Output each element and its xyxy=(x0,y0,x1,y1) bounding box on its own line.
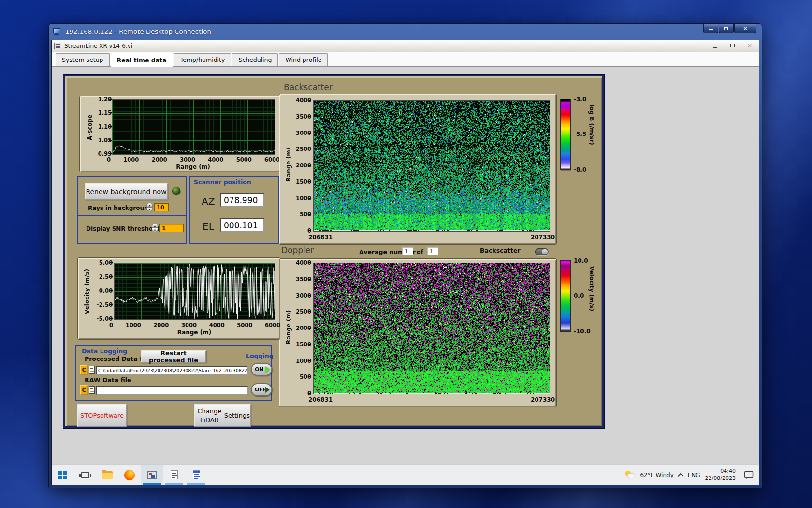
tab-system-setup[interactable]: System setup xyxy=(56,53,110,66)
system-tray: 62°F Windy ENG 04:40 22/08/2023 xyxy=(625,465,757,485)
start-button[interactable] xyxy=(52,465,74,485)
tab-temp-humidity[interactable]: Temp/humidity xyxy=(174,53,232,66)
app-minimize-button[interactable] xyxy=(710,41,720,50)
change-lidar-settings-button[interactable]: Change LiDAR Settings xyxy=(194,404,251,427)
axis-tick: 1000 xyxy=(126,322,141,329)
language-indicator[interactable]: ENG xyxy=(688,472,700,478)
processed-logging-toggle[interactable]: ON xyxy=(251,363,272,376)
colorbar-tick: 10.0 xyxy=(574,257,588,264)
el-value-field[interactable]: 000.101 xyxy=(220,218,264,232)
tab-strip: System setupReal time dataTemp/humidityS… xyxy=(52,52,759,67)
rdp-close-button[interactable]: ✕ xyxy=(734,24,756,33)
of-label: of xyxy=(417,248,423,255)
velocity-plot-canvas xyxy=(115,263,275,319)
renew-background-button[interactable]: Renew background now xyxy=(85,183,168,200)
scan-scheduler-button[interactable] xyxy=(163,465,185,485)
clock-date: 22/08/2023 xyxy=(705,475,736,482)
app-icon xyxy=(54,43,61,49)
rays-spinner[interactable]: ▲▼ xyxy=(146,203,153,211)
ascope-y-ticks: 1.201.151.101.050.99 xyxy=(93,96,112,157)
rdp-maximize-button[interactable] xyxy=(719,24,734,33)
tray-chevron-icon[interactable] xyxy=(678,473,684,479)
processed-file-path-field[interactable]: C:\Lidar\Data\Proc\2023\202308\20230822\… xyxy=(96,366,248,375)
axis-tick: 3000 xyxy=(181,322,197,329)
on-label: ON xyxy=(255,366,264,373)
colorbar-tick: -5.5 xyxy=(574,131,586,137)
clock-time: 04:40 xyxy=(705,468,736,475)
weather-icon xyxy=(625,471,637,479)
file-explorer-button[interactable] xyxy=(96,465,118,485)
axis-tick: 5000 xyxy=(237,322,252,329)
backscatter-plot xyxy=(313,100,550,232)
taskbar: 62°F Windy ENG 04:40 22/08/2023 xyxy=(52,464,759,485)
document-app-icon xyxy=(193,470,200,479)
doppler-heatmap: Range (m) 400035003000250020001500100050… xyxy=(279,258,557,407)
document-app-button[interactable] xyxy=(185,465,207,485)
remote-desktop: StreamLine XR v14-6.vi ✕ System setupRea… xyxy=(51,40,759,485)
task-view-button[interactable] xyxy=(74,465,96,485)
doppler-x-end: 207330 xyxy=(531,396,555,403)
firefox-button[interactable] xyxy=(118,465,141,485)
axis-tick: 5.00 xyxy=(91,260,113,266)
scan-scheduler-icon xyxy=(171,470,178,479)
snr-spinner[interactable]: ▲▼ xyxy=(152,224,158,232)
colorbar-tick: 0.0 xyxy=(574,292,584,299)
app-close-button[interactable]: ✕ xyxy=(744,41,755,50)
processed-browse-icon[interactable] xyxy=(89,366,95,374)
tab-scheduling[interactable]: Scheduling xyxy=(232,53,278,66)
az-value-field[interactable]: 078.990 xyxy=(220,193,264,207)
raw-data-file-label: RAW Data file xyxy=(85,376,131,384)
windows-logo-icon xyxy=(58,471,67,479)
firefox-icon xyxy=(124,470,135,480)
doppler-plot-canvas xyxy=(314,263,550,394)
tab-real-time-data[interactable]: Real time data xyxy=(111,53,173,67)
stop-line1: STOP xyxy=(80,411,97,420)
weather-widget[interactable]: 62°F Windy xyxy=(625,471,673,479)
raw-drive-button[interactable]: C xyxy=(80,385,88,395)
rdp-titlebar[interactable]: 192.168.0.122 - Remote Desktop Connectio… xyxy=(51,24,759,40)
stop-software-button[interactable]: STOP software xyxy=(77,404,127,427)
colorbar-tick: -8.0 xyxy=(574,166,586,173)
axis-tick: 1500 xyxy=(288,342,311,347)
axis-tick: 0 xyxy=(288,390,311,396)
velocity-x-ticks: 0100020003000400050006000 xyxy=(109,322,280,329)
backscatter-time-labels: 206831 207330 xyxy=(308,234,555,240)
snr-value-field[interactable]: 1 xyxy=(160,224,184,232)
doppler-y-ticks: 40003500300025002000150010005000 xyxy=(288,260,311,396)
raw-file-path-field[interactable] xyxy=(96,386,248,395)
app-content: Backscatter A-scope 1.201.151.101.050.99… xyxy=(52,67,759,464)
rays-value-field[interactable]: 10 xyxy=(154,203,169,211)
axis-tick: 6000 xyxy=(265,322,280,329)
raw-logging-toggle[interactable]: OFF xyxy=(251,383,272,396)
axis-tick: 4000 xyxy=(288,260,311,266)
doppler-colorbar-label: Velocity (m/s) xyxy=(588,266,595,329)
background-controls-group: Renew background now Rays in background … xyxy=(77,176,187,244)
velocity-y-ticks: 5.002.500.00-2.50-5.00 xyxy=(91,260,113,322)
processed-drive-button[interactable]: C xyxy=(80,365,88,375)
velocity-x-axis-label: Range (m) xyxy=(114,329,275,336)
doppler-colorbar xyxy=(560,260,571,332)
axis-tick: 1.20 xyxy=(93,96,112,102)
raw-browse-icon[interactable] xyxy=(89,386,95,394)
taskbar-clock[interactable]: 04:40 22/08/2023 xyxy=(705,468,736,482)
backscatter-section-title: Backscatter xyxy=(284,82,333,92)
backscatter-toggle[interactable] xyxy=(535,248,549,255)
colorbar-tick: -3.0 xyxy=(574,96,586,103)
rdp-icon xyxy=(53,28,62,36)
restart-processed-file-button[interactable]: Restart processed file xyxy=(141,350,206,363)
app-titlebar[interactable]: StreamLine XR v14-6.vi ✕ xyxy=(52,40,759,52)
axis-tick: 0 xyxy=(109,322,113,329)
app-maximize-button[interactable] xyxy=(727,41,738,50)
scanner-position-group: Scanner position AZ 078.990 EL 000.101 xyxy=(189,176,279,244)
notification-icon xyxy=(744,471,754,479)
average-total-field[interactable]: 1 xyxy=(427,247,438,255)
backscatter-colorbar-label: log B (/m/sr) xyxy=(588,105,595,167)
file-explorer-icon xyxy=(102,471,113,479)
streamline-app-button[interactable] xyxy=(141,465,163,485)
tab-wind-profile[interactable]: Wind profile xyxy=(279,53,328,66)
ascope-plot xyxy=(112,99,276,155)
action-center-button[interactable] xyxy=(740,465,757,485)
ascope-plot-canvas xyxy=(112,100,275,154)
average-number-field[interactable]: 1 xyxy=(402,247,413,255)
rdp-minimize-button[interactable] xyxy=(703,24,718,33)
